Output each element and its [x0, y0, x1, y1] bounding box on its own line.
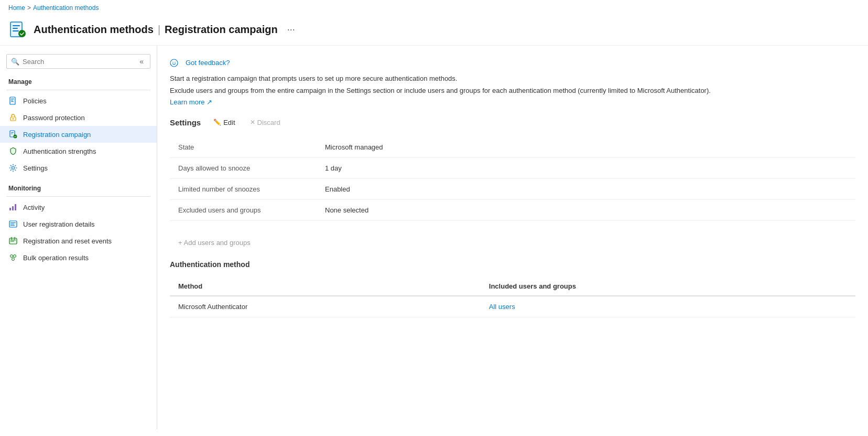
- reg-events-icon: [8, 236, 18, 246]
- feedback-label[interactable]: Got feedback?: [186, 59, 230, 67]
- sidebar-item-activity-label: Activity: [23, 204, 45, 211]
- svg-rect-2: [13, 28, 18, 29]
- state-value: Microsoft managed: [317, 137, 855, 158]
- sidebar-item-auth-strengths-label: Authentication strengths: [23, 147, 96, 155]
- manage-divider: [6, 90, 150, 90]
- breadcrumb-separator: >: [27, 4, 31, 12]
- sidebar-item-auth-strengths[interactable]: Authentication strengths: [0, 143, 157, 159]
- edit-button[interactable]: ✏️ Edit: [209, 116, 239, 129]
- svg-rect-16: [9, 208, 11, 210]
- discard-icon: ✕: [250, 119, 255, 126]
- limited-snoozes-label: Limited number of snoozes: [170, 178, 317, 199]
- sidebar-item-registration-campaign-label: Registration campaign: [23, 131, 91, 139]
- activity-icon: [8, 203, 18, 212]
- discard-label: Discard: [257, 119, 280, 126]
- learn-more-label: Learn more: [170, 98, 204, 106]
- svg-rect-20: [10, 222, 16, 223]
- auth-strengths-icon: [8, 146, 18, 156]
- svg-rect-21: [10, 224, 14, 225]
- sidebar-item-password-protection-label: Password protection: [23, 114, 85, 122]
- main-content: Got feedback? Start a registration campa…: [157, 46, 868, 429]
- auth-method-title: Authentication method: [170, 260, 855, 269]
- external-link-icon: ↗: [207, 98, 212, 106]
- page-title-sub: Registration campaign: [165, 24, 278, 36]
- search-icon: 🔍: [11, 58, 19, 66]
- table-row: Limited number of snoozes Enabled: [170, 178, 855, 199]
- settings-section-header: Settings ✏️ Edit ✕ Discard: [170, 116, 855, 129]
- table-row: Excluded users and groups None selected: [170, 199, 855, 220]
- collapse-button[interactable]: «: [137, 57, 146, 66]
- settings-table: State Microsoft managed Days allowed to …: [170, 137, 855, 221]
- sidebar-item-registration-campaign[interactable]: Registration campaign: [0, 126, 157, 143]
- edit-icon: ✏️: [213, 119, 221, 126]
- sidebar-item-settings[interactable]: Settings: [0, 159, 157, 176]
- sidebar-item-activity[interactable]: Activity: [0, 199, 157, 216]
- sidebar-item-user-registration-details[interactable]: User registration details: [0, 216, 157, 232]
- page-header: Authentication methods | Registration ca…: [0, 16, 868, 46]
- sidebar-item-bulk-ops[interactable]: Bulk operation results: [0, 249, 157, 266]
- svg-rect-1: [13, 25, 20, 26]
- svg-rect-12: [11, 132, 14, 133]
- feedback-icon: [170, 58, 181, 67]
- learn-more-link[interactable]: Learn more ↗: [170, 98, 212, 106]
- monitoring-divider: [6, 196, 150, 197]
- svg-rect-7: [11, 100, 13, 101]
- table-row: State Microsoft managed: [170, 137, 855, 158]
- description-line2: Exclude users and groups from the entire…: [170, 86, 855, 96]
- excluded-users-value: None selected: [317, 199, 855, 220]
- description-line1: Start a registration campaign that promp…: [170, 73, 855, 84]
- svg-rect-8: [11, 101, 14, 102]
- method-table: Method Included users and groups Microso…: [170, 277, 855, 317]
- method-table-header-row: Method Included users and groups: [170, 277, 855, 296]
- svg-point-29: [170, 59, 178, 67]
- snooze-days-value: 1 day: [317, 157, 855, 178]
- settings-title: Settings: [170, 118, 201, 127]
- limited-snoozes-value: Enabled: [317, 178, 855, 199]
- edit-label: Edit: [223, 119, 235, 126]
- breadcrumb-current[interactable]: Authentication methods: [33, 4, 99, 12]
- svg-point-26: [10, 255, 13, 258]
- svg-point-27: [14, 255, 16, 258]
- sidebar-item-reg-reset-events[interactable]: Registration and reset events: [0, 232, 157, 249]
- svg-point-31: [175, 61, 176, 62]
- svg-rect-25: [10, 241, 14, 242]
- sidebar: 🔍 « Manage Policies Password protection …: [0, 46, 157, 429]
- sidebar-item-reg-events-label: Registration and reset events: [23, 237, 112, 245]
- description: Start a registration campaign that promp…: [170, 73, 855, 106]
- user-reg-icon: [8, 219, 18, 229]
- table-row: Days allowed to snooze 1 day: [170, 157, 855, 178]
- search-input[interactable]: [23, 58, 137, 66]
- svg-rect-17: [12, 206, 14, 210]
- all-users-link[interactable]: All users: [489, 303, 515, 311]
- svg-rect-6: [11, 99, 14, 99]
- discard-button[interactable]: ✕ Discard: [246, 116, 285, 129]
- svg-rect-13: [11, 134, 13, 134]
- state-label: State: [170, 137, 317, 158]
- included-users-col-header: Included users and groups: [481, 277, 855, 296]
- snooze-days-label: Days allowed to snooze: [170, 157, 317, 178]
- page-title-main: Authentication methods: [34, 24, 154, 36]
- main-layout: 🔍 « Manage Policies Password protection …: [0, 46, 868, 429]
- sidebar-item-policies-label: Policies: [23, 97, 47, 105]
- sidebar-item-password-protection[interactable]: Password protection: [0, 109, 157, 126]
- sidebar-item-policies[interactable]: Policies: [0, 92, 157, 109]
- more-options-button[interactable]: ···: [284, 23, 298, 36]
- breadcrumb-home[interactable]: Home: [8, 4, 25, 12]
- sidebar-item-user-reg-label: User registration details: [23, 220, 95, 228]
- manage-section-label: Manage: [0, 75, 157, 88]
- password-icon: [8, 113, 18, 122]
- feedback-bar: Got feedback?: [170, 54, 855, 73]
- svg-point-10: [13, 118, 14, 119]
- sidebar-item-settings-label: Settings: [23, 164, 48, 172]
- table-row: Microsoft Authenticator All users: [170, 296, 855, 317]
- excluded-users-label: Excluded users and groups: [170, 199, 317, 220]
- add-users-button[interactable]: + Add users and groups: [170, 233, 855, 252]
- bulk-icon: [8, 253, 18, 262]
- svg-rect-3: [13, 30, 19, 31]
- method-col-header: Method: [170, 277, 481, 296]
- sidebar-item-bulk-label: Bulk operation results: [23, 254, 89, 262]
- svg-point-28: [12, 258, 15, 261]
- authenticator-method: Microsoft Authenticator: [170, 296, 481, 317]
- svg-rect-18: [15, 204, 16, 210]
- registration-icon: [8, 130, 18, 139]
